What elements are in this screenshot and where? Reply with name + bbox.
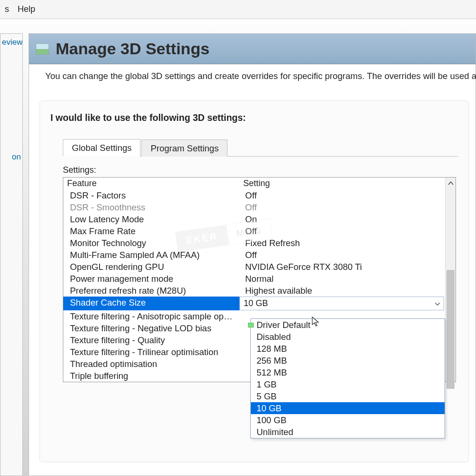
shader-cache-select[interactable]: 10 GB <box>239 297 444 310</box>
col-feature: Feature <box>63 178 239 189</box>
dropdown-option[interactable]: 128 MB <box>251 343 445 355</box>
title-bar: Manage 3D Settings <box>29 34 476 64</box>
tab-row: Global Settings Program Settings <box>63 139 458 157</box>
feature-cell[interactable]: Max Frame Rate <box>63 225 239 237</box>
dropdown-option[interactable]: 256 MB <box>251 355 445 367</box>
dropdown-option[interactable]: 100 GB <box>251 414 445 426</box>
scroll-track[interactable] <box>446 189 456 370</box>
feature-cell[interactable]: Shader Cache Size <box>63 297 239 310</box>
feature-cell[interactable]: Texture filtering - Negative LOD bias <box>63 322 239 334</box>
col-setting: Setting <box>239 178 456 189</box>
feature-cell[interactable]: Low Latency Mode <box>63 213 239 225</box>
feature-cell[interactable]: Triple buffering <box>63 370 239 382</box>
shader-cache-dropdown[interactable]: Driver DefaultDisabled128 MB256 MB512 MB… <box>250 318 445 438</box>
scroll-up-icon[interactable] <box>446 178 456 189</box>
dropdown-option[interactable]: 5 GB <box>251 390 445 402</box>
feature-cell[interactable]: Texture filtering - Anisotropic sample o… <box>63 310 239 322</box>
feature-cell[interactable]: Threaded optimisation <box>63 358 239 370</box>
main-panel: Manage 3D Settings You can change the gl… <box>29 33 476 476</box>
feature-cell[interactable]: Texture filtering - Quality <box>63 334 239 346</box>
menu-frag-s[interactable]: s <box>5 4 9 14</box>
settings-card: I would like to use the following 3D set… <box>40 100 469 462</box>
setting-cell[interactable]: Off <box>239 201 456 213</box>
dropdown-option[interactable]: 1 GB <box>251 378 445 390</box>
feature-cell[interactable]: Power management mode <box>63 273 239 285</box>
menu-bar: s Help <box>0 0 476 19</box>
tab-global-settings[interactable]: Global Settings <box>63 139 140 157</box>
feature-cell[interactable]: Multi-Frame Sampled AA (MFAA) <box>63 249 239 261</box>
dropdown-option[interactable]: 512 MB <box>251 367 445 378</box>
app-icon <box>36 43 49 55</box>
dropdown-option[interactable]: Driver Default <box>251 319 445 331</box>
page-title: Manage 3D Settings <box>56 40 209 58</box>
setting-cell[interactable]: Normal <box>239 273 456 285</box>
feature-cell[interactable]: OpenGL rendering GPU <box>63 261 239 273</box>
setting-cell[interactable]: On <box>239 213 456 225</box>
page-description: You can change the global 3D settings an… <box>29 64 476 83</box>
feature-cell[interactable]: Monitor Technology <box>63 237 239 249</box>
tab-program-settings[interactable]: Program Settings <box>141 139 228 157</box>
dropdown-option[interactable]: 10 GB <box>251 402 445 414</box>
dropdown-option[interactable]: Disabled <box>251 331 445 343</box>
setting-cell[interactable]: NVIDIA GeForce RTX 3080 Ti <box>239 261 456 273</box>
settings-grid: Feature Setting DSR - FactorsOffDSR - Sm… <box>63 177 456 382</box>
settings-heading: I would like to use the following 3D set… <box>50 112 458 123</box>
setting-cell[interactable]: Off <box>239 249 456 261</box>
setting-cell[interactable]: Highest available <box>239 285 456 297</box>
settings-label: Settings: <box>63 165 456 175</box>
feature-cell[interactable]: DSR - Factors <box>63 189 239 201</box>
nav-sidebar: eview on <box>0 33 23 476</box>
dropdown-option[interactable]: Unlimited <box>251 426 445 438</box>
setting-cell[interactable]: Fixed Refresh <box>239 237 456 249</box>
feature-cell[interactable]: Preferred refresh rate (M28U) <box>63 285 239 297</box>
menu-help[interactable]: Help <box>18 4 35 14</box>
chevron-down-icon[interactable] <box>433 298 442 308</box>
setting-cell[interactable]: Off <box>239 189 456 201</box>
scrollbar[interactable] <box>445 178 456 382</box>
nav-frag-eview[interactable]: eview <box>0 34 22 51</box>
setting-cell[interactable]: 10 GB <box>239 297 456 310</box>
nav-frag-on[interactable]: on <box>0 149 22 166</box>
feature-cell[interactable]: Texture filtering - Trilinear optimisati… <box>63 346 239 358</box>
scroll-thumb[interactable] <box>446 270 455 389</box>
setting-cell[interactable]: Off <box>239 225 456 237</box>
feature-cell[interactable]: DSR - Smoothness <box>63 201 239 213</box>
